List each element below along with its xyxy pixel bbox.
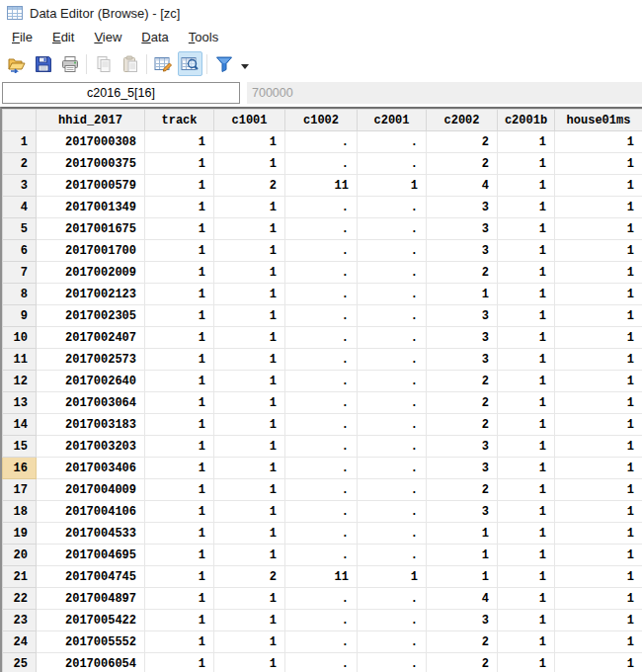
cell[interactable]: 1	[145, 153, 214, 175]
cell[interactable]: .	[358, 131, 427, 153]
cell[interactable]: .	[358, 653, 427, 672]
row-number[interactable]: 2	[3, 153, 37, 175]
row-number[interactable]: 6	[3, 240, 37, 262]
cell[interactable]: .	[285, 284, 358, 305]
grid-corner-cell[interactable]	[3, 110, 37, 131]
cell[interactable]: .	[358, 262, 427, 284]
cell[interactable]: 1	[555, 501, 642, 523]
cell[interactable]: 1	[498, 218, 555, 240]
cell[interactable]: 4	[427, 588, 498, 610]
cell[interactable]: 2017002573	[37, 349, 145, 371]
cell[interactable]: 1	[498, 349, 555, 371]
cell[interactable]: 2017002009	[37, 262, 145, 284]
cell[interactable]: 1	[214, 284, 285, 305]
cell[interactable]: .	[285, 653, 358, 672]
cell[interactable]: 1	[214, 305, 285, 327]
row-number[interactable]: 1	[3, 131, 37, 153]
cell[interactable]: 1	[498, 588, 555, 610]
cell[interactable]: 2	[427, 631, 498, 653]
cell[interactable]: 4	[427, 175, 498, 197]
cell[interactable]: 2	[427, 262, 498, 284]
cell[interactable]: 1	[145, 523, 214, 545]
row-number[interactable]: 7	[3, 262, 37, 284]
cell[interactable]: 2	[427, 479, 498, 501]
cell[interactable]: 1	[498, 284, 555, 305]
cell[interactable]: .	[285, 218, 358, 240]
cell[interactable]: 3	[427, 501, 498, 523]
cell[interactable]: 1	[145, 175, 214, 197]
cell[interactable]: .	[358, 588, 427, 610]
cell[interactable]: 2017004009	[37, 479, 145, 501]
cell[interactable]: 2	[427, 653, 498, 672]
cell[interactable]: 11	[285, 566, 358, 588]
row-number[interactable]: 8	[3, 284, 37, 305]
cell[interactable]: 1	[145, 305, 214, 327]
cell[interactable]: 1	[214, 392, 285, 414]
column-header[interactable]: c1001	[214, 110, 285, 131]
cell[interactable]: 1	[214, 479, 285, 501]
cell[interactable]: 2	[427, 414, 498, 436]
cell[interactable]: 1	[145, 240, 214, 262]
cell[interactable]: 11	[285, 175, 358, 197]
cell[interactable]: .	[358, 349, 427, 371]
column-header[interactable]: hhid_2017	[37, 110, 145, 131]
cell[interactable]: 1	[555, 631, 642, 653]
cell[interactable]: .	[285, 392, 358, 414]
cell[interactable]: .	[358, 392, 427, 414]
menu-view[interactable]: View	[84, 28, 131, 46]
row-number[interactable]: 10	[3, 327, 37, 349]
cell[interactable]: 2017003183	[37, 414, 145, 436]
cell[interactable]: 1	[145, 610, 214, 631]
filter-dropdown-arrow-icon[interactable]	[241, 64, 249, 69]
filter-button[interactable]	[211, 51, 236, 76]
cell[interactable]: 3	[427, 240, 498, 262]
cell[interactable]: 2017006054	[37, 653, 145, 672]
cell[interactable]: 3	[427, 349, 498, 371]
cell[interactable]: 2	[427, 371, 498, 392]
row-number[interactable]: 25	[3, 653, 37, 672]
cell[interactable]: 2017005552	[37, 631, 145, 653]
column-header[interactable]: c1002	[285, 110, 358, 131]
cell[interactable]: .	[358, 218, 427, 240]
cell[interactable]: 1	[145, 545, 214, 566]
cell[interactable]: .	[358, 501, 427, 523]
cell[interactable]: 2017003203	[37, 436, 145, 458]
copy-button[interactable]	[91, 51, 116, 76]
cell[interactable]: .	[285, 305, 358, 327]
cell[interactable]: 2017005422	[37, 610, 145, 631]
cell[interactable]: 3	[427, 327, 498, 349]
cell[interactable]: .	[358, 197, 427, 218]
cell[interactable]: 1	[145, 566, 214, 588]
cell[interactable]: 2017004745	[37, 566, 145, 588]
cell[interactable]: 2017004533	[37, 523, 145, 545]
cell[interactable]: .	[358, 545, 427, 566]
row-number[interactable]: 18	[3, 501, 37, 523]
cell[interactable]: 2	[427, 131, 498, 153]
row-number[interactable]: 20	[3, 545, 37, 566]
cell[interactable]: 1	[555, 588, 642, 610]
cell[interactable]: 1	[555, 479, 642, 501]
cell[interactable]: 1	[555, 262, 642, 284]
cell[interactable]: .	[358, 458, 427, 479]
menu-edit[interactable]: Edit	[42, 28, 84, 46]
row-number[interactable]: 21	[3, 566, 37, 588]
cell[interactable]: 1	[555, 414, 642, 436]
cell[interactable]: 1	[427, 284, 498, 305]
cell[interactable]: 2	[427, 153, 498, 175]
row-number[interactable]: 4	[3, 197, 37, 218]
cell[interactable]: .	[285, 153, 358, 175]
menu-tools[interactable]: Tools	[179, 28, 228, 46]
cell[interactable]: 1	[555, 458, 642, 479]
cell[interactable]: .	[285, 327, 358, 349]
cell[interactable]: 1	[498, 153, 555, 175]
cell[interactable]: 1	[145, 197, 214, 218]
row-number[interactable]: 12	[3, 371, 37, 392]
menu-data[interactable]: Data	[131, 28, 178, 46]
edit-mode-button[interactable]	[151, 51, 176, 76]
cell[interactable]: 2	[214, 175, 285, 197]
cell[interactable]: 1	[555, 284, 642, 305]
cell[interactable]: 1	[214, 545, 285, 566]
cell[interactable]: 1	[145, 414, 214, 436]
cell[interactable]: 1	[214, 349, 285, 371]
menu-file[interactable]: File	[2, 28, 42, 46]
